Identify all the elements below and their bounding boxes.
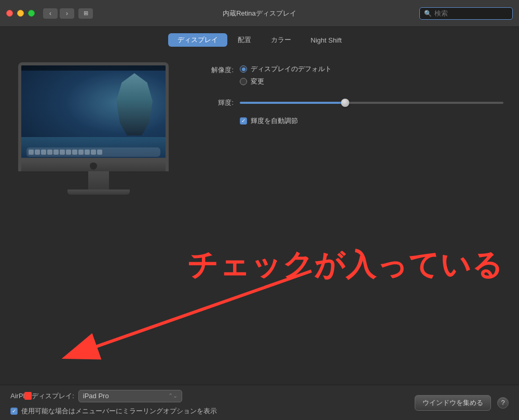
dock-icon <box>72 150 77 155</box>
monitor-area <box>16 57 182 195</box>
monitor-image <box>18 62 179 195</box>
airplay-label: AirPlayディスプレイ: <box>10 391 74 401</box>
resolution-default-radio[interactable] <box>240 65 247 73</box>
dock-icon <box>85 150 90 155</box>
close-button[interactable] <box>6 10 13 17</box>
apple-logo <box>90 162 97 170</box>
dock-icon <box>91 150 96 155</box>
auto-brightness-row[interactable]: ✓ 輝度を自動調節 <box>240 116 503 126</box>
slider-track <box>240 102 503 104</box>
title-text: 内蔵Retinaディスプレイ <box>223 9 296 17</box>
mirror-check-icon: ✓ <box>12 408 16 414</box>
tabs-bar: ディスプレイ 配置 カラー Night Shift <box>0 27 519 52</box>
main-panel: 解像度: ディスプレイのデフォルト 変更 輝度: <box>0 52 519 200</box>
tab-color[interactable]: カラー <box>262 33 301 47</box>
auto-brightness-label: 輝度を自動調節 <box>251 116 298 126</box>
minimize-button[interactable] <box>17 10 24 17</box>
mirror-row[interactable]: ✓ 使用可能な場合はメニューバーにミラーリングオプションを表示 <box>10 407 408 416</box>
search-input[interactable] <box>434 9 508 17</box>
forward-button[interactable]: › <box>60 8 74 19</box>
settings-area: 解像度: ディスプレイのデフォルト 変更 輝度: <box>197 57 503 195</box>
dock-icon <box>66 150 71 155</box>
traffic-lights <box>6 10 35 17</box>
maximize-button[interactable] <box>28 10 35 17</box>
imac-chin <box>18 161 169 171</box>
resolution-custom-option[interactable]: 変更 <box>240 77 503 86</box>
imac-screen <box>18 62 169 161</box>
annotation-arrow <box>0 229 519 370</box>
airplay-row: AirPlayディスプレイ: iPad Pro ⌃⌄ <box>10 390 408 402</box>
dock-icon <box>97 150 102 155</box>
airplay-dropdown-value: iPad Pro <box>83 392 109 400</box>
dock-icon <box>47 150 52 155</box>
menubar-sim <box>21 65 166 71</box>
dock-icon <box>78 150 84 155</box>
back-button[interactable]: ‹ <box>43 8 58 19</box>
resolution-row: 解像度: ディスプレイのデフォルト 変更 <box>197 64 503 89</box>
resolution-default-label: ディスプレイのデフォルト <box>251 64 332 74</box>
help-button[interactable]: ? <box>497 397 509 409</box>
dock-icon <box>29 150 34 155</box>
svg-line-1 <box>67 271 311 357</box>
resolution-control: ディスプレイのデフォルト 変更 <box>240 64 503 89</box>
brightness-label: 輝度: <box>197 98 234 107</box>
airplay-dropdown[interactable]: iPad Pro ⌃⌄ <box>78 390 182 402</box>
mirror-label: 使用可能な場合はメニューバーにミラーリングオプションを表示 <box>21 407 217 416</box>
tab-display[interactable]: ディスプレイ <box>168 33 227 47</box>
desktop-wallpaper <box>21 65 166 158</box>
bottom-bar: AirPlayディスプレイ: iPad Pro ⌃⌄ ✓ 使用可能な場合はメニュ… <box>0 385 519 420</box>
annotation-text: チェックが入っている <box>187 245 503 286</box>
tab-nightshift[interactable]: Night Shift <box>302 33 351 47</box>
collect-windows-button[interactable]: ウインドウを集める <box>415 395 491 411</box>
slider-thumb[interactable] <box>341 99 349 107</box>
mirror-checkbox[interactable]: ✓ <box>10 408 18 415</box>
resolution-default-option[interactable]: ディスプレイのデフォルト <box>240 64 503 74</box>
auto-brightness-checkbox[interactable]: ✓ <box>240 117 247 125</box>
imac-stand <box>88 171 109 189</box>
annotation-overlay: チェックが入っている <box>0 229 519 370</box>
island-decoration <box>116 73 153 136</box>
dropdown-arrows-icon: ⌃⌄ <box>168 392 177 399</box>
resolution-custom-radio[interactable] <box>240 78 247 85</box>
window-title: 内蔵Retinaディスプレイ <box>223 9 296 18</box>
titlebar: ‹ › ⊞ 内蔵Retinaディスプレイ 🔍 <box>0 0 519 27</box>
resolution-custom-label: 変更 <box>251 77 264 86</box>
dock-icon <box>53 150 59 155</box>
main-content-area: ディスプレイ 配置 カラー Night Shift <box>0 27 519 385</box>
search-box[interactable]: 🔍 <box>419 7 513 20</box>
dock-icon <box>35 150 40 155</box>
brightness-slider[interactable] <box>240 98 503 108</box>
nav-buttons: ‹ › <box>43 8 74 19</box>
dock-icon <box>41 150 46 155</box>
brightness-row: 輝度: <box>197 98 503 108</box>
grid-button[interactable]: ⊞ <box>78 8 93 19</box>
dock-icon <box>60 150 65 155</box>
dock-sim <box>26 147 160 157</box>
search-icon: 🔍 <box>424 10 432 17</box>
tab-arrangement[interactable]: 配置 <box>228 33 261 47</box>
resolution-label: 解像度: <box>197 64 234 75</box>
check-icon: ✓ <box>241 118 245 124</box>
imac-base <box>67 189 130 195</box>
